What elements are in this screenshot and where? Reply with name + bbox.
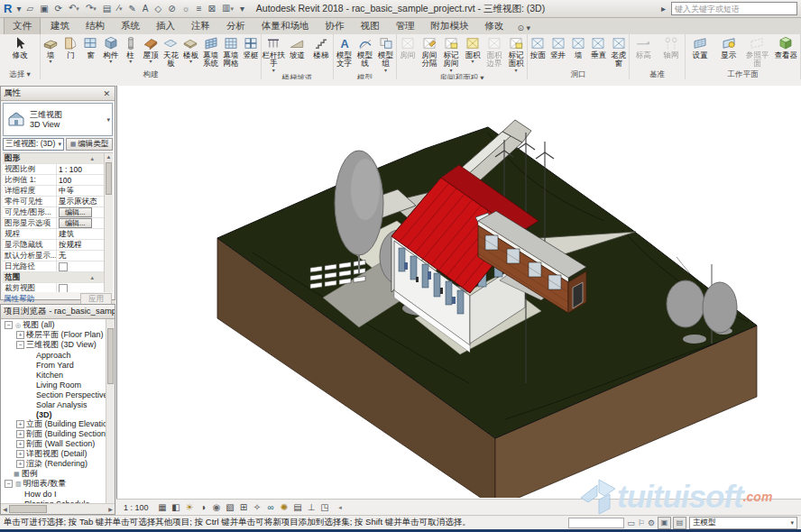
tab-annotate[interactable]: 注释: [183, 18, 218, 34]
temporary-view-properties-icon[interactable]: ▤: [291, 500, 305, 514]
browser-vertical-scrollbar[interactable]: [106, 319, 115, 503]
detail-level-icon[interactable]: ▦: [156, 500, 170, 514]
tab-massing-site[interactable]: 体量和场地: [253, 18, 318, 34]
model-group-button[interactable]: 模型组 ▾: [375, 35, 396, 72]
scrollbar-thumb[interactable]: [106, 162, 112, 195]
tree-item-planting-schedule[interactable]: Planting Schedule: [1, 499, 106, 503]
drawing-area[interactable]: [116, 86, 801, 499]
viewer-button[interactable]: 查看器: [771, 35, 800, 60]
scale-value[interactable]: 比例值 1: 100: [3, 175, 105, 186]
edit-button[interactable]: 编辑...: [59, 207, 92, 217]
tree-expander-icon[interactable]: −: [16, 341, 24, 349]
graphic-display-options[interactable]: 图形显示选项 编辑...: [3, 218, 105, 229]
scrollbar-thumb[interactable]: [9, 505, 47, 513]
render-button[interactable]: ☼: [180, 2, 193, 16]
section-button[interactable]: ⊘: [165, 2, 178, 16]
area-boundary-button[interactable]: 面积边界: [483, 35, 505, 69]
room-button[interactable]: 房间: [397, 35, 419, 60]
show-constraints-icon[interactable]: ⊥: [305, 500, 318, 514]
ref-plane-button[interactable]: 参照平面: [743, 35, 772, 69]
scrollbar-thumb[interactable]: [107, 328, 114, 384]
tree-expander-icon[interactable]: +: [16, 440, 24, 448]
print-button[interactable]: ▤: [100, 2, 114, 16]
ribbon-panel-label[interactable]: 工作平面: [686, 69, 800, 79]
discipline[interactable]: 规程 建筑: [3, 229, 105, 240]
ribbon-panel-label[interactable]: 楼梯坡道: [262, 72, 333, 79]
wall-opening-button[interactable]: 墙: [568, 35, 588, 60]
tree-item-living-room[interactable]: Living Room: [1, 380, 106, 390]
tree-item-section-perspective[interactable]: Section Perspective: [1, 390, 106, 399]
tab-structure[interactable]: 结构: [78, 18, 113, 34]
aligned-dimension-button[interactable]: ✎: [125, 2, 138, 16]
edit-type-button[interactable]: ▦ 编辑类型: [66, 138, 113, 151]
parts-visibility[interactable]: 零件可见性 显示原状态: [3, 197, 105, 207]
tab-analyze[interactable]: 分析: [218, 18, 253, 34]
view-filter-combo[interactable]: 三维视图: (3D)▾: [3, 138, 64, 151]
model-text-button[interactable]: 模型文字: [334, 35, 354, 69]
undo-button[interactable]: ↶▾: [66, 1, 82, 16]
ribbon-panel-label[interactable]: 洞口: [528, 69, 629, 79]
wall-button[interactable]: 墙 ▾: [41, 35, 60, 63]
close-icon[interactable]: ✕: [101, 89, 112, 98]
customize-qat-button[interactable]: ▾: [237, 2, 247, 16]
ribbon-panel-label[interactable]: 构建: [41, 69, 261, 79]
default-analysis-display[interactable]: 默认分析显示... 无: [3, 251, 105, 261]
tree-expander-icon[interactable]: −: [5, 480, 13, 488]
type-selector[interactable]: 三维视图 3D View ▾: [3, 103, 113, 136]
tab-manage[interactable]: 管理: [388, 18, 423, 34]
revit-logo-icon[interactable]: R: [4, 2, 12, 15]
text-button[interactable]: A: [140, 2, 152, 16]
column-button[interactable]: 柱 ▾: [121, 35, 141, 63]
scale-button[interactable]: 1 : 100: [124, 503, 149, 512]
temporary-hide-isolate-icon[interactable]: ∞: [264, 500, 278, 514]
roof-button[interactable]: 屋顶 ▾: [141, 35, 161, 63]
worksharing-display-icon[interactable]: ▭: [627, 518, 635, 527]
properties-header[interactable]: 属性 ✕: [1, 87, 115, 101]
measure-button[interactable]: ∕▾: [115, 1, 124, 16]
opening-by-face-button[interactable]: 按面: [528, 35, 548, 60]
tab-collaborate[interactable]: 协作: [318, 18, 353, 34]
properties-help-link[interactable]: 属性帮助: [4, 294, 34, 305]
scroll-up-icon[interactable]: ▲: [105, 153, 113, 161]
visual-style-icon[interactable]: ◧: [170, 500, 183, 514]
railing-button[interactable]: 栏杆扶手 ▾: [262, 35, 285, 72]
mullion-button[interactable]: 竖梃: [241, 35, 261, 60]
curtain-grid-button[interactable]: 幕墙网格: [221, 35, 241, 69]
sun-path[interactable]: 日光路径: [3, 261, 105, 272]
tree-item-schedules[interactable]: − ▥ 明细表/数量: [1, 479, 106, 489]
ribbon-panel-label[interactable]: 基准: [630, 69, 685, 79]
ramp-button[interactable]: 坡道: [285, 35, 308, 60]
exclude-options-icon[interactable]: ▤: [673, 517, 686, 529]
tab-architecture[interactable]: 建筑: [42, 18, 78, 34]
tab-view[interactable]: 视图: [353, 18, 388, 34]
show-work-plane-button[interactable]: 显示: [714, 35, 743, 60]
sync-button[interactable]: ⟳: [52, 2, 65, 16]
view-scale[interactable]: 视图比例 1 : 100: [3, 164, 105, 175]
displacement-sets-icon[interactable]: ◳: [318, 500, 332, 514]
tab-systems[interactable]: 系统: [113, 18, 148, 34]
window-button[interactable]: 窗: [80, 35, 100, 60]
tree-item-how-do-i[interactable]: How do I: [1, 489, 106, 499]
set-work-plane-button[interactable]: 设置: [686, 35, 714, 60]
ribbon-panel-label[interactable]: 模型: [334, 72, 396, 79]
close-inactive-windows-button[interactable]: ⊠: [206, 2, 218, 16]
checkbox[interactable]: [59, 284, 68, 293]
app-menu-caret-icon[interactable]: ▾: [14, 2, 23, 16]
crop-view[interactable]: 裁剪视图: [3, 283, 105, 292]
floor-button[interactable]: 楼板 ▾: [180, 35, 200, 63]
area-button[interactable]: 面积 ▾: [462, 35, 483, 63]
curtain-system-button[interactable]: 幕墙系统: [201, 35, 221, 69]
model-line-button[interactable]: 模型线: [354, 35, 375, 69]
tab-addins[interactable]: 附加模块: [423, 18, 477, 34]
save-button[interactable]: ▣: [37, 2, 51, 16]
tree-item-rendering[interactable]: + 渲染 (Rendering): [1, 459, 106, 469]
sun-path-icon[interactable]: ☀: [183, 500, 197, 514]
switch-windows-button[interactable]: ▥▾: [219, 1, 236, 16]
level-button[interactable]: 标高: [630, 35, 658, 60]
open-button[interactable]: ▱: [23, 2, 36, 16]
tag-area-button[interactable]: 标记面积 ▾: [505, 35, 527, 72]
ceiling-button[interactable]: 天花板: [161, 35, 180, 69]
tree-expander-icon[interactable]: +: [16, 420, 24, 428]
scroll-right-icon[interactable]: ▶: [106, 506, 115, 512]
grid-button[interactable]: 轴网: [658, 35, 686, 60]
